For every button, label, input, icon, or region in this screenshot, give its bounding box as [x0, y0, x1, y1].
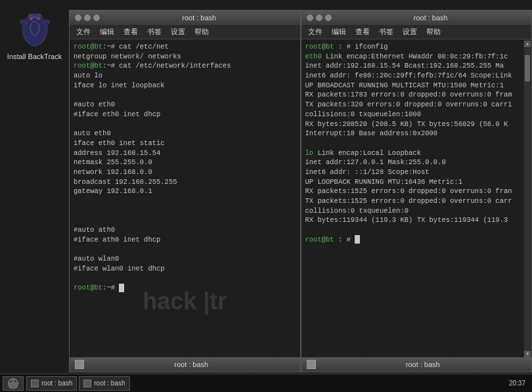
terminal-2-close-btn[interactable]: [307, 14, 313, 21]
terminal-2-title: root : bash: [336, 14, 527, 22]
terminal-2-footer-icon: [307, 360, 316, 369]
terminal-1-title: root : bash: [104, 14, 295, 22]
terminal-1-titlebar: root : bash: [70, 11, 300, 25]
desktop: Install BackTrack root : bash 文件 编辑 查看 书…: [0, 0, 532, 392]
start-icon: [7, 378, 20, 389]
terminal-1-min-btn[interactable]: [84, 14, 91, 21]
scrollbar-thumb[interactable]: [525, 55, 530, 81]
terminal-1-menu-bookmarks[interactable]: 书签: [143, 26, 166, 38]
taskbar-item-1-icon: [31, 380, 39, 387]
scrollbar-track: [525, 49, 530, 349]
taskbar-item-1-label: root : bash: [41, 380, 72, 387]
terminal-2-cursor: [355, 235, 360, 244]
taskbar-item-2-label: root : bash: [94, 380, 125, 387]
terminal-2-max-btn[interactable]: [325, 14, 332, 21]
taskbar-start-button[interactable]: [3, 376, 24, 391]
terminal-2-footer-title: root : bash: [320, 360, 527, 368]
terminal-1-menu-file[interactable]: 文件: [72, 26, 95, 38]
terminal-2-menu-file[interactable]: 文件: [304, 26, 326, 38]
svg-point-2: [37, 18, 39, 20]
terminal-2-menu-edit[interactable]: 编辑: [328, 26, 350, 38]
terminal-1-inner: root@bt:~# cat /etc/net netgroup network…: [70, 39, 300, 357]
terminal-2: root : bash 文件 编辑 查看 书签 设置 帮助 root@bt : …: [301, 10, 533, 372]
taskbar-item-2-icon: [83, 380, 91, 387]
terminal-2-inner: root@bt : # ifconfig eth0 Link encap:Eth…: [301, 39, 532, 357]
scrollbar-down-btn[interactable]: ▼: [524, 351, 531, 357]
terminal-2-menu-help[interactable]: 帮助: [422, 26, 445, 38]
taskbar-item-1[interactable]: root : bash: [26, 376, 77, 391]
terminal-1-content[interactable]: root@bt:~# cat /etc/net netgroup network…: [70, 39, 300, 357]
terminal-2-menubar: 文件 编辑 查看 书签 设置 帮助: [301, 25, 532, 39]
terminal-2-menu-settings[interactable]: 设置: [399, 26, 421, 38]
terminal-2-titlebar: root : bash: [301, 11, 532, 25]
terminal-1-close-btn[interactable]: [75, 14, 81, 21]
terminal-1-footer-title: root : bash: [88, 360, 295, 368]
terminal-1-footer-icon: [75, 360, 84, 369]
taskbar: root : bash root : bash 20:37: [0, 374, 532, 392]
taskbar-clock: 20:37: [509, 380, 529, 387]
terminal-1-menu-settings[interactable]: 设置: [167, 26, 189, 38]
terminal-1-menu-edit[interactable]: 编辑: [96, 26, 118, 38]
terminal-1: root : bash 文件 编辑 查看 书签 设置 帮助 root@bt:~#…: [69, 10, 301, 372]
terminal-1-buttons: [75, 14, 100, 21]
backtrack-logo-svg: [15, 10, 55, 49]
terminal-2-menu-bookmarks[interactable]: 书签: [375, 26, 397, 38]
terminal-2-min-btn[interactable]: [316, 14, 322, 21]
taskbar-item-2[interactable]: root : bash: [79, 376, 129, 391]
terminal-1-menubar: 文件 编辑 查看 书签 设置 帮助: [70, 25, 300, 39]
terminal-1-cursor: [119, 284, 124, 292]
scrollbar-up-btn[interactable]: ▲: [524, 41, 531, 47]
backtrack-icon-label: Install BackTrack: [7, 52, 62, 61]
terminal-2-buttons: [307, 14, 332, 21]
terminal-windows-container: root : bash 文件 编辑 查看 书签 设置 帮助 root@bt:~#…: [69, 10, 532, 372]
terminal-1-menu-help[interactable]: 帮助: [190, 26, 213, 38]
svg-point-1: [30, 18, 32, 20]
terminal-1-footer: root : bash: [70, 357, 300, 372]
terminal-2-content[interactable]: root@bt : # ifconfig eth0 Link encap:Eth…: [301, 39, 524, 357]
taskbar-items: root : bash root : bash: [26, 376, 506, 391]
desktop-icon-backtrack[interactable]: Install BackTrack: [7, 10, 62, 61]
terminal-1-menu-view[interactable]: 查看: [120, 26, 142, 38]
terminal-2-footer: root : bash: [301, 357, 532, 372]
terminal-2-scrollbar[interactable]: ▲ ▼: [523, 39, 531, 357]
terminal-2-menu-view[interactable]: 查看: [351, 26, 374, 38]
terminal-1-max-btn[interactable]: [93, 14, 100, 21]
